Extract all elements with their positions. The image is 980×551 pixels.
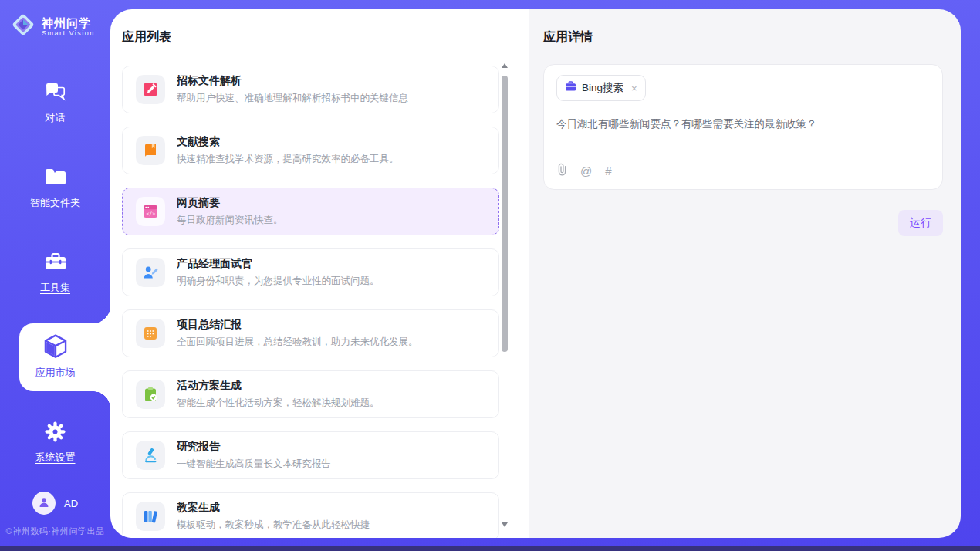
app-card-research-report[interactable]: 研究报告 一键智能生成高质量长文本研究报告 bbox=[122, 431, 499, 479]
app-card-lesson-plan[interactable]: 教案生成 模板驱动，教案秒成，教学准备从此轻松快捷 bbox=[122, 492, 499, 538]
bottom-edge-bar bbox=[0, 546, 980, 551]
sidebar-item-smart-folder[interactable]: 智能文件夹 bbox=[0, 145, 110, 230]
app-description: 模板驱动，教案秒成，教学准备从此轻松快捷 bbox=[177, 519, 370, 532]
brand-subtitle: Smart Vision bbox=[42, 29, 95, 37]
sidebar-item-label: 应用市场 bbox=[35, 366, 76, 380]
app-name: 研究报告 bbox=[177, 440, 331, 454]
interviewer-icon bbox=[136, 258, 165, 287]
tool-chip-bing-search[interactable]: Bing搜索 × bbox=[556, 75, 646, 101]
scrollbar-thumb[interactable] bbox=[502, 76, 508, 352]
hash-icon[interactable]: # bbox=[605, 165, 611, 177]
sidebar-item-label: 对话 bbox=[46, 111, 66, 125]
scroll-down-arrow-icon[interactable] bbox=[502, 522, 508, 527]
brand-logo: 神州问学 Smart Vision bbox=[0, 0, 110, 41]
at-icon[interactable]: @ bbox=[580, 165, 592, 177]
sidebar-item-chat[interactable]: 对话 bbox=[0, 60, 110, 145]
prompt-input-card[interactable]: Bing搜索 × 今日湖北有哪些新闻要点？有哪些需要关注的最新政策？ @ # bbox=[543, 64, 943, 190]
chat-icon bbox=[44, 80, 67, 103]
sidebar-nav: 对话 智能文件夹 bbox=[0, 60, 110, 485]
app-name: 项目总结汇报 bbox=[177, 318, 418, 332]
app-card-event-plan[interactable]: 活动方案生成 智能生成个性化活动方案，轻松解决规划难题。 bbox=[122, 370, 499, 418]
app-description: 快速精准查找学术资源，提高研究效率的必备工具。 bbox=[177, 153, 399, 166]
briefcase-icon bbox=[565, 81, 576, 95]
edit-document-icon bbox=[136, 75, 165, 104]
app-detail-title: 应用详情 bbox=[543, 29, 943, 46]
book-icon bbox=[136, 136, 165, 165]
avatar bbox=[32, 492, 56, 515]
app-description: 帮助用户快速、准确地理解和解析招标书中的关键信息 bbox=[177, 92, 408, 105]
user-name: AD bbox=[64, 498, 78, 509]
app-name: 招标文件解析 bbox=[177, 74, 408, 88]
app-card-list: 招标文件解析 帮助用户快速、准确地理解和解析招标书中的关键信息 文献搜索 快速精… bbox=[122, 66, 499, 538]
sidebar: 神州问学 Smart Vision 对话 bbox=[0, 0, 110, 546]
list-scrollbar[interactable] bbox=[500, 63, 509, 527]
chip-close-icon[interactable]: × bbox=[631, 83, 637, 94]
user-account[interactable]: AD bbox=[0, 492, 110, 515]
sidebar-item-settings[interactable]: 系统设置 bbox=[0, 400, 110, 485]
sidebar-item-label: 工具集 bbox=[40, 281, 70, 295]
app-list-panel: 应用列表 招标文件解析 帮助用户快速、准确地理解和解析招标书中的关键信息 bbox=[110, 9, 529, 538]
sidebar-item-label: 系统设置 bbox=[35, 451, 76, 465]
tool-chip-label: Bing搜索 bbox=[582, 81, 623, 95]
svg-text:</>: </> bbox=[146, 211, 155, 217]
gear-icon bbox=[44, 420, 66, 443]
microscope-icon bbox=[136, 441, 165, 470]
app-description: 每日政府新闻资讯快查。 bbox=[177, 214, 283, 227]
sidebar-item-app-market[interactable]: 应用市场 bbox=[0, 315, 110, 400]
attachment-toolbar: @ # bbox=[557, 163, 612, 179]
run-button[interactable]: 运行 bbox=[898, 210, 943, 236]
paperclip-icon[interactable] bbox=[557, 163, 567, 179]
toolbox-icon bbox=[44, 250, 67, 273]
app-card-literature-search[interactable]: 文献搜索 快速精准查找学术资源，提高研究效率的必备工具。 bbox=[122, 127, 499, 174]
cube-icon bbox=[43, 335, 68, 358]
app-description: 全面回顾项目进展，总结经验教训，助力未来优化发展。 bbox=[177, 336, 418, 349]
app-detail-panel: 应用详情 Bing搜索 × 今日湖北有哪些新闻要点？有哪些需要关注的最新政策？ bbox=[529, 9, 961, 538]
app-description: 智能生成个性化活动方案，轻松解决规划难题。 bbox=[177, 397, 380, 410]
app-name: 文献搜索 bbox=[177, 135, 399, 149]
app-name: 产品经理面试官 bbox=[177, 257, 380, 271]
main-window: 应用列表 招标文件解析 帮助用户快速、准确地理解和解析招标书中的关键信息 bbox=[110, 9, 961, 538]
sidebar-item-toolset[interactable]: 工具集 bbox=[0, 230, 110, 315]
webpage-code-icon: </> bbox=[136, 197, 165, 226]
user-avatar-icon bbox=[38, 496, 50, 511]
app-name: 网页摘要 bbox=[177, 196, 283, 210]
sidebar-footer-text: ©神州数码·神州问学出品 bbox=[0, 526, 110, 537]
app-description: 一键智能生成高质量长文本研究报告 bbox=[177, 458, 331, 471]
app-card-pm-interviewer[interactable]: 产品经理面试官 明确身份和职责，为您提供专业性的面试问题。 bbox=[122, 248, 499, 296]
brand-name: 神州问学 bbox=[42, 16, 95, 29]
app-list-title: 应用列表 bbox=[122, 29, 529, 46]
sidebar-item-label: 智能文件夹 bbox=[30, 196, 80, 210]
app-name: 教案生成 bbox=[177, 501, 370, 515]
app-card-bid-parse[interactable]: 招标文件解析 帮助用户快速、准确地理解和解析招标书中的关键信息 bbox=[122, 66, 499, 113]
app-card-web-summary[interactable]: </> 网页摘要 每日政府新闻资讯快查。 bbox=[122, 188, 499, 235]
folder-icon bbox=[44, 165, 67, 188]
app-card-project-summary[interactable]: 项目总结汇报 全面回顾项目进展，总结经验教训，助力未来优化发展。 bbox=[122, 309, 499, 357]
app-description: 明确身份和职责，为您提供专业性的面试问题。 bbox=[177, 275, 380, 288]
note-icon bbox=[136, 319, 165, 348]
app-name: 活动方案生成 bbox=[177, 379, 380, 393]
diamond-logo-icon bbox=[10, 12, 36, 41]
query-text[interactable]: 今日湖北有哪些新闻要点？有哪些需要关注的最新政策？ bbox=[556, 117, 930, 131]
scroll-up-arrow-icon[interactable] bbox=[502, 63, 508, 68]
clipboard-check-icon bbox=[136, 380, 165, 409]
books-icon bbox=[136, 502, 165, 531]
